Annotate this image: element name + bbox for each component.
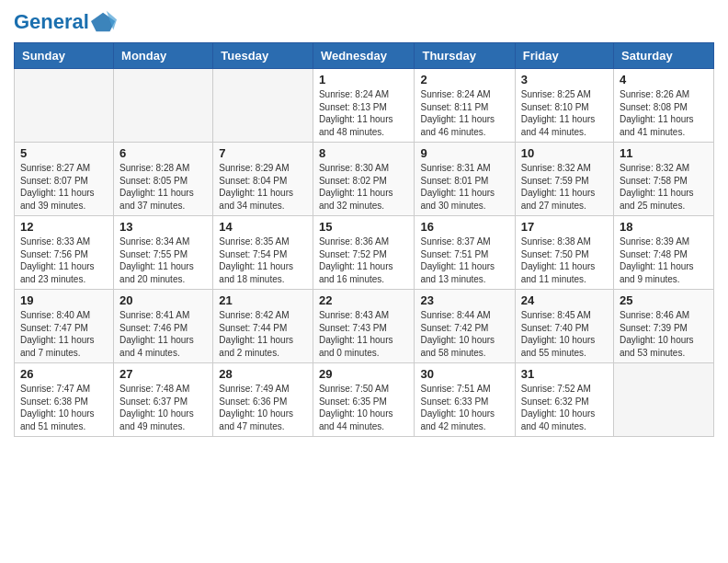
calendar-cell: 21Sunrise: 8:42 AM Sunset: 7:44 PM Dayli… (213, 290, 313, 363)
calendar-week-row: 12Sunrise: 8:33 AM Sunset: 7:56 PM Dayli… (15, 216, 714, 290)
calendar-week-row: 26Sunrise: 7:47 AM Sunset: 6:38 PM Dayli… (15, 363, 714, 437)
calendar-cell (614, 363, 714, 437)
calendar-cell: 9Sunrise: 8:31 AM Sunset: 8:01 PM Daylig… (415, 143, 515, 216)
calendar-cell: 8Sunrise: 8:30 AM Sunset: 8:02 PM Daylig… (313, 143, 415, 216)
cell-text: Sunrise: 8:32 AM Sunset: 7:58 PM Dayligh… (620, 162, 708, 212)
calendar-week-row: 5Sunrise: 8:27 AM Sunset: 8:07 PM Daylig… (15, 143, 714, 216)
calendar-cell: 16Sunrise: 8:37 AM Sunset: 7:51 PM Dayli… (415, 216, 515, 290)
calendar-cell: 12Sunrise: 8:33 AM Sunset: 7:56 PM Dayli… (15, 216, 114, 290)
day-number: 25 (620, 293, 708, 307)
day-number: 2 (420, 73, 508, 86)
cell-text: Sunrise: 7:52 AM Sunset: 6:32 PM Dayligh… (521, 383, 608, 432)
calendar-cell: 2Sunrise: 8:24 AM Sunset: 8:11 PM Daylig… (415, 69, 515, 143)
calendar-cell: 18Sunrise: 8:39 AM Sunset: 7:48 PM Dayli… (614, 216, 714, 290)
calendar-cell: 25Sunrise: 8:46 AM Sunset: 7:39 PM Dayli… (614, 290, 714, 363)
calendar-cell: 23Sunrise: 8:44 AM Sunset: 7:42 PM Dayli… (415, 290, 515, 363)
cell-text: Sunrise: 8:40 AM Sunset: 7:47 PM Dayligh… (20, 309, 108, 359)
day-number: 7 (219, 146, 307, 160)
calendar-cell: 6Sunrise: 8:28 AM Sunset: 8:05 PM Daylig… (114, 143, 213, 216)
col-monday: Monday (114, 43, 213, 69)
cell-text: Sunrise: 8:26 AM Sunset: 8:08 PM Dayligh… (620, 88, 708, 138)
page-container: General Sunday Monday Tuesday Wednes (0, 0, 728, 446)
day-number: 21 (219, 293, 307, 307)
calendar-table: Sunday Monday Tuesday Wednesday Thursday… (14, 42, 714, 437)
cell-text: Sunrise: 8:24 AM Sunset: 8:11 PM Dayligh… (420, 88, 508, 138)
day-number: 14 (219, 220, 307, 234)
logo-icon (91, 9, 117, 35)
cell-text: Sunrise: 8:43 AM Sunset: 7:43 PM Dayligh… (319, 309, 409, 359)
col-saturday: Saturday (614, 43, 714, 69)
day-number: 9 (420, 146, 508, 160)
day-number: 28 (219, 367, 307, 381)
day-number: 13 (119, 220, 207, 234)
day-number: 19 (20, 293, 108, 307)
calendar-cell: 5Sunrise: 8:27 AM Sunset: 8:07 PM Daylig… (15, 143, 114, 216)
day-number: 3 (521, 73, 608, 86)
cell-text: Sunrise: 8:29 AM Sunset: 8:04 PM Dayligh… (219, 162, 307, 212)
day-number: 17 (521, 220, 608, 234)
cell-text: Sunrise: 8:38 AM Sunset: 7:50 PM Dayligh… (521, 236, 608, 285)
day-number: 12 (20, 220, 108, 234)
col-thursday: Thursday (415, 43, 515, 69)
day-number: 29 (319, 367, 409, 381)
day-number: 18 (620, 220, 708, 234)
cell-text: Sunrise: 8:35 AM Sunset: 7:54 PM Dayligh… (219, 236, 307, 285)
day-number: 30 (420, 367, 508, 381)
calendar-cell: 31Sunrise: 7:52 AM Sunset: 6:32 PM Dayli… (515, 363, 613, 437)
day-number: 11 (620, 146, 708, 160)
calendar-cell: 7Sunrise: 8:29 AM Sunset: 8:04 PM Daylig… (213, 143, 313, 216)
cell-text: Sunrise: 8:44 AM Sunset: 7:42 PM Dayligh… (420, 309, 508, 359)
cell-text: Sunrise: 8:28 AM Sunset: 8:05 PM Dayligh… (119, 162, 207, 212)
calendar-header-row: Sunday Monday Tuesday Wednesday Thursday… (15, 43, 714, 69)
day-number: 31 (521, 367, 608, 381)
cell-text: Sunrise: 7:48 AM Sunset: 6:37 PM Dayligh… (119, 383, 207, 432)
calendar-cell: 14Sunrise: 8:35 AM Sunset: 7:54 PM Dayli… (213, 216, 313, 290)
calendar-week-row: 1Sunrise: 8:24 AM Sunset: 8:13 PM Daylig… (15, 69, 714, 143)
calendar-cell: 13Sunrise: 8:34 AM Sunset: 7:55 PM Dayli… (114, 216, 213, 290)
cell-text: Sunrise: 8:24 AM Sunset: 8:13 PM Dayligh… (319, 88, 409, 138)
cell-text: Sunrise: 8:41 AM Sunset: 7:46 PM Dayligh… (119, 309, 207, 359)
logo-text: General (14, 11, 89, 33)
cell-text: Sunrise: 7:51 AM Sunset: 6:33 PM Dayligh… (420, 383, 508, 432)
cell-text: Sunrise: 8:34 AM Sunset: 7:55 PM Dayligh… (119, 236, 207, 285)
cell-text: Sunrise: 8:46 AM Sunset: 7:39 PM Dayligh… (620, 309, 708, 359)
cell-text: Sunrise: 8:37 AM Sunset: 7:51 PM Dayligh… (420, 236, 508, 285)
cell-text: Sunrise: 8:36 AM Sunset: 7:52 PM Dayligh… (319, 236, 409, 285)
day-number: 15 (319, 220, 409, 234)
calendar-cell (114, 69, 213, 143)
cell-text: Sunrise: 8:33 AM Sunset: 7:56 PM Dayligh… (20, 236, 108, 285)
calendar-cell: 26Sunrise: 7:47 AM Sunset: 6:38 PM Dayli… (15, 363, 114, 437)
day-number: 26 (20, 367, 108, 381)
day-number: 24 (521, 293, 608, 307)
calendar-cell: 3Sunrise: 8:25 AM Sunset: 8:10 PM Daylig… (515, 69, 613, 143)
cell-text: Sunrise: 8:31 AM Sunset: 8:01 PM Dayligh… (420, 162, 508, 212)
calendar-cell: 22Sunrise: 8:43 AM Sunset: 7:43 PM Dayli… (313, 290, 415, 363)
day-number: 23 (420, 293, 508, 307)
cell-text: Sunrise: 8:32 AM Sunset: 7:59 PM Dayligh… (521, 162, 608, 212)
logo: General (14, 9, 117, 35)
calendar-cell: 30Sunrise: 7:51 AM Sunset: 6:33 PM Dayli… (415, 363, 515, 437)
day-number: 5 (20, 146, 108, 160)
day-number: 8 (319, 146, 409, 160)
day-number: 27 (119, 367, 207, 381)
col-friday: Friday (515, 43, 613, 69)
calendar-cell: 10Sunrise: 8:32 AM Sunset: 7:59 PM Dayli… (515, 143, 613, 216)
col-sunday: Sunday (15, 43, 114, 69)
day-number: 1 (319, 73, 409, 86)
calendar-cell: 19Sunrise: 8:40 AM Sunset: 7:47 PM Dayli… (15, 290, 114, 363)
calendar-cell: 4Sunrise: 8:26 AM Sunset: 8:08 PM Daylig… (614, 69, 714, 143)
calendar-week-row: 19Sunrise: 8:40 AM Sunset: 7:47 PM Dayli… (15, 290, 714, 363)
day-number: 6 (119, 146, 207, 160)
cell-text: Sunrise: 7:49 AM Sunset: 6:36 PM Dayligh… (219, 383, 307, 432)
calendar-cell: 29Sunrise: 7:50 AM Sunset: 6:35 PM Dayli… (313, 363, 415, 437)
day-number: 16 (420, 220, 508, 234)
day-number: 10 (521, 146, 608, 160)
calendar-cell: 15Sunrise: 8:36 AM Sunset: 7:52 PM Dayli… (313, 216, 415, 290)
calendar-cell: 27Sunrise: 7:48 AM Sunset: 6:37 PM Dayli… (114, 363, 213, 437)
calendar-cell: 24Sunrise: 8:45 AM Sunset: 7:40 PM Dayli… (515, 290, 613, 363)
calendar-cell: 20Sunrise: 8:41 AM Sunset: 7:46 PM Dayli… (114, 290, 213, 363)
calendar-cell: 17Sunrise: 8:38 AM Sunset: 7:50 PM Dayli… (515, 216, 613, 290)
calendar-cell: 28Sunrise: 7:49 AM Sunset: 6:36 PM Dayli… (213, 363, 313, 437)
cell-text: Sunrise: 7:47 AM Sunset: 6:38 PM Dayligh… (20, 383, 108, 432)
calendar-cell (213, 69, 313, 143)
